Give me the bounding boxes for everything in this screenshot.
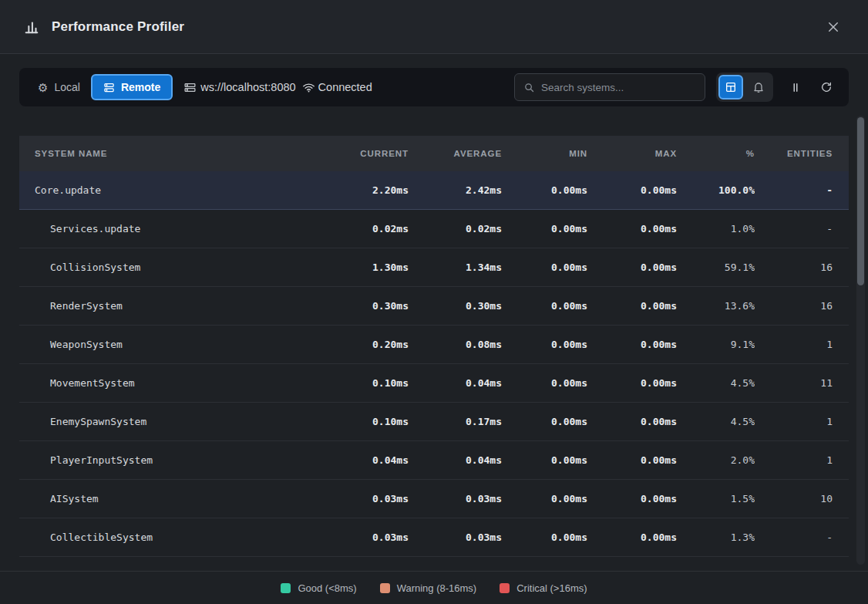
refresh-icon [820, 81, 833, 93]
cell-average: 1.34ms [409, 262, 502, 273]
cell-pct: 2.0% [677, 454, 755, 466]
table-row[interactable]: CollisionSystem1.30ms1.34ms0.00ms0.00ms5… [19, 248, 849, 287]
table-row[interactable]: Services.update0.02ms0.02ms0.00ms0.00ms1… [19, 210, 849, 248]
search-icon [523, 82, 535, 93]
cell-max: 0.00ms [587, 454, 677, 466]
cell-average: 0.03ms [409, 531, 502, 543]
cell-min: 0.00ms [502, 262, 587, 273]
cell-min: 0.00ms [502, 493, 587, 504]
remote-mode-button[interactable]: Remote [91, 74, 173, 100]
cell-entities: - [755, 531, 833, 543]
legend-label: Critical (>16ms) [516, 582, 587, 594]
websocket-url-group: ws://localhost:8080 [183, 81, 295, 94]
local-mode-label: Local [54, 81, 79, 93]
column-header-name[interactable]: SYSTEM NAME [19, 149, 316, 158]
cell-name: CollisionSystem [19, 262, 316, 273]
refresh-button[interactable] [815, 76, 838, 99]
cell-current: 0.20ms [316, 339, 409, 350]
cell-name: CollectibleSystem [19, 531, 316, 543]
table-header: SYSTEM NAMECURRENTAVERAGEMINMAX%ENTITIES [19, 136, 849, 171]
cell-current: 2.20ms [316, 184, 409, 196]
cell-pct: 59.1% [677, 262, 755, 273]
table-view-button[interactable] [718, 75, 743, 100]
remote-mode-label: Remote [121, 81, 160, 93]
scrollbar-thumb[interactable] [857, 117, 864, 285]
cell-name: WeaponSystem [19, 339, 316, 350]
table-row[interactable]: WeaponSystem0.20ms0.08ms0.00ms0.00ms9.1%… [19, 326, 849, 364]
bar-chart-icon [23, 19, 40, 35]
table-row[interactable]: PlayerInputSystem0.04ms0.04ms0.00ms0.00m… [19, 441, 849, 480]
cell-current: 0.10ms [316, 416, 409, 427]
column-header-current[interactable]: CURRENT [316, 149, 409, 158]
cell-current: 0.04ms [316, 454, 409, 466]
cell-min: 0.00ms [502, 184, 587, 196]
cell-pct: 1.3% [677, 531, 755, 543]
cell-average: 0.17ms [409, 416, 502, 427]
search-input[interactable] [541, 82, 696, 93]
gear-icon: ⚙ [38, 82, 48, 93]
cell-current: 0.10ms [316, 377, 409, 389]
cell-entities: 16 [755, 262, 833, 273]
cell-entities: 1 [755, 454, 833, 466]
cell-current: 0.03ms [316, 531, 409, 543]
local-mode-button[interactable]: ⚙ Local [27, 74, 91, 100]
column-header-entities[interactable]: ENTITIES [755, 149, 833, 158]
cell-min: 0.00ms [502, 300, 587, 312]
legend-label: Good (<8ms) [298, 582, 356, 594]
cell-average: 0.04ms [409, 454, 502, 466]
cell-pct: 4.5% [677, 377, 755, 389]
cell-entities: 1 [755, 339, 833, 350]
cell-entities: 11 [755, 377, 833, 389]
legend-item: Warning (8-16ms) [380, 582, 477, 594]
legend-swatch [281, 583, 291, 593]
table-row[interactable]: Core.update2.20ms2.42ms0.00ms0.00ms100.0… [19, 171, 849, 210]
cell-average: 0.04ms [409, 377, 502, 389]
cell-min: 0.00ms [502, 416, 587, 427]
systems-table: SYSTEM NAMECURRENTAVERAGEMINMAX%ENTITIES… [19, 136, 849, 557]
table-row[interactable]: AISystem0.03ms0.03ms0.00ms0.00ms1.5%10 [19, 480, 849, 518]
pause-button[interactable] [784, 76, 807, 99]
cell-name: PlayerInputSystem [19, 454, 316, 466]
table-row[interactable]: CollectibleSystem0.03ms0.03ms0.00ms0.00m… [19, 518, 849, 557]
column-header-pct[interactable]: % [677, 149, 755, 158]
pause-icon [790, 82, 801, 93]
cell-max: 0.00ms [587, 300, 677, 312]
close-icon [826, 20, 840, 34]
cell-name: AISystem [19, 493, 316, 504]
cell-entities: - [755, 223, 833, 235]
websocket-url: ws://localhost:8080 [200, 81, 295, 93]
cell-current: 0.30ms [316, 300, 409, 312]
cell-current: 0.02ms [316, 223, 409, 235]
legend-swatch [500, 583, 510, 593]
server-icon [183, 81, 197, 94]
legend-label: Warning (8-16ms) [397, 582, 477, 594]
table-row[interactable]: RenderSystem0.30ms0.30ms0.00ms0.00ms13.6… [19, 287, 849, 326]
cell-pct: 100.0% [677, 184, 755, 196]
cell-name: MovementSystem [19, 377, 316, 389]
connection-status-label: Connected [318, 81, 372, 93]
column-header-max[interactable]: MAX [587, 149, 677, 158]
column-header-min[interactable]: MIN [502, 149, 587, 158]
cell-entities: 16 [755, 300, 833, 312]
alerts-button[interactable] [746, 75, 771, 100]
column-header-average[interactable]: AVERAGE [409, 149, 502, 158]
table-body: Core.update2.20ms2.42ms0.00ms0.00ms100.0… [19, 171, 849, 557]
cell-pct: 1.5% [677, 493, 755, 504]
close-button[interactable] [822, 15, 845, 39]
cell-current: 1.30ms [316, 262, 409, 273]
cell-max: 0.00ms [587, 184, 677, 196]
view-toggle-group [716, 73, 773, 102]
connection-status: Connected [302, 81, 372, 94]
cell-max: 0.00ms [587, 493, 677, 504]
table-row[interactable]: MovementSystem0.10ms0.04ms0.00ms0.00ms4.… [19, 364, 849, 403]
cell-entities: 1 [755, 416, 833, 427]
cell-entities: - [755, 184, 833, 196]
table-row[interactable]: EnemySpawnSystem0.10ms0.17ms0.00ms0.00ms… [19, 403, 849, 441]
cell-entities: 10 [755, 493, 833, 504]
vertical-scrollbar[interactable] [856, 116, 865, 565]
remote-icon [103, 82, 115, 93]
cell-pct: 1.0% [677, 223, 755, 235]
cell-min: 0.00ms [502, 377, 587, 389]
cell-max: 0.00ms [587, 416, 677, 427]
cell-min: 0.00ms [502, 223, 587, 235]
